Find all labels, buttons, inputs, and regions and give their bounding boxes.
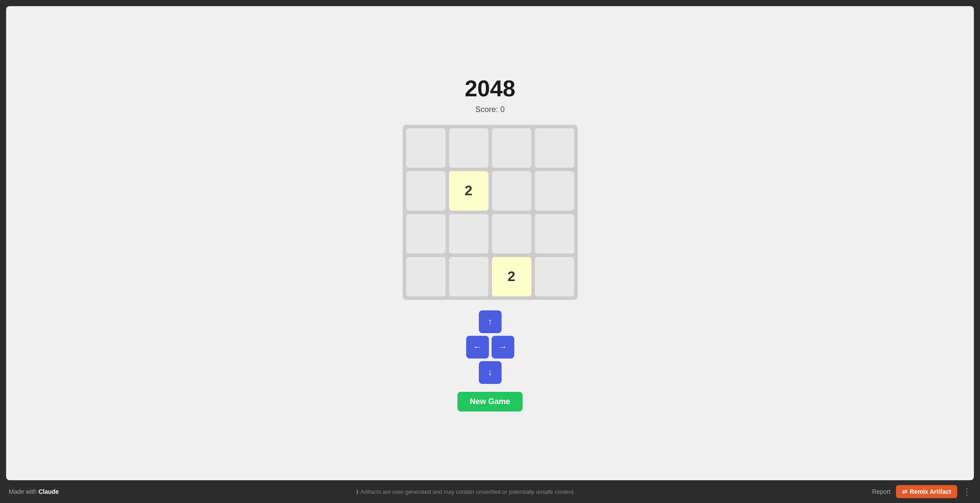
grid-cell-2-1 (449, 214, 488, 253)
grid-cell-1-3 (535, 171, 574, 211)
grid-cell-0-0 (406, 128, 446, 168)
grid-cell-3-3 (535, 257, 574, 296)
more-button[interactable]: ⋮ (962, 486, 971, 497)
right-button[interactable]: → (492, 336, 514, 359)
grid-cell-3-2: 2 (492, 257, 531, 296)
grid-cell-2-2 (492, 214, 531, 253)
report-button[interactable]: Report (872, 488, 891, 495)
grid-cell-0-1 (449, 128, 488, 168)
down-arrow-icon: ↓ (488, 367, 492, 377)
remix-label: Remix Artifact (910, 488, 951, 495)
controls-middle-row: ← → (466, 336, 514, 359)
up-arrow-icon: ↑ (488, 317, 492, 327)
grid-cell-3-0 (406, 257, 446, 296)
up-button[interactable]: ↑ (479, 310, 502, 333)
score-display: Score: 0 (475, 105, 505, 114)
footer-actions: Report ⇄ Remix Artifact ⋮ (872, 485, 971, 498)
claude-label: Claude (39, 488, 59, 495)
info-icon: ℹ (356, 489, 358, 495)
game-title: 2048 (465, 75, 516, 102)
grid-cell-1-1: 2 (449, 171, 488, 211)
down-button[interactable]: ↓ (479, 361, 502, 384)
grid-cell-2-3 (535, 214, 574, 253)
footer: Made with Claude ℹ Artifacts are user-ge… (0, 480, 980, 503)
controls-top-row: ↑ (479, 310, 502, 333)
info-text: Artifacts are user-generated and may con… (361, 489, 575, 495)
grid-cell-0-3 (535, 128, 574, 168)
controls-bottom-row: ↓ (479, 361, 502, 384)
new-game-button[interactable]: New Game (457, 392, 522, 412)
game-frame: 2048 Score: 0 2 2 ↑ ← (6, 6, 974, 480)
remix-button[interactable]: ⇄ Remix Artifact (896, 485, 957, 498)
footer-info: ℹ Artifacts are user-generated and may c… (356, 489, 575, 495)
game-grid: 2 2 (403, 125, 578, 300)
grid-cell-1-2 (492, 171, 531, 211)
grid-cell-0-2 (492, 128, 531, 168)
made-with-label: Made with Claude (9, 488, 59, 495)
right-arrow-icon: → (499, 342, 507, 352)
left-button[interactable]: ← (466, 336, 489, 359)
remix-icon: ⇄ (902, 488, 907, 495)
grid-cell-2-0 (406, 214, 446, 253)
grid-cell-3-1 (449, 257, 488, 296)
grid-cell-1-0 (406, 171, 446, 211)
controls-container: ↑ ← → ↓ (466, 310, 514, 384)
left-arrow-icon: ← (473, 342, 482, 352)
